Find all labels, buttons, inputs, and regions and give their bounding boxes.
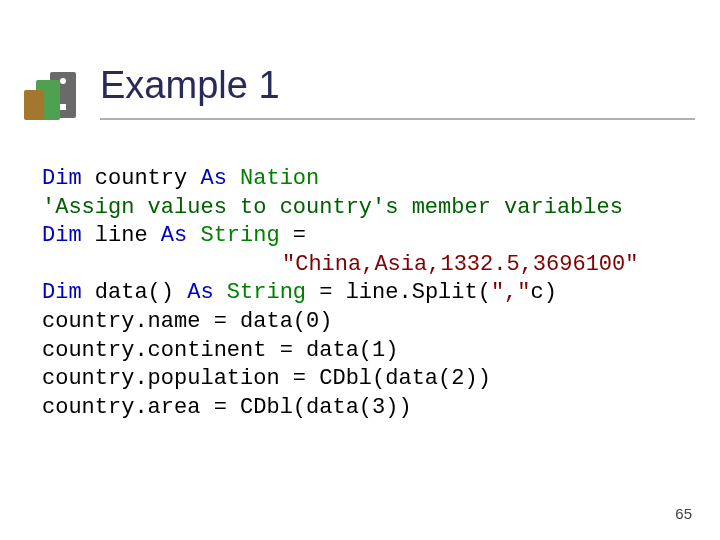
keyword: Dim xyxy=(42,223,82,248)
code-text xyxy=(214,280,227,305)
code-text: = line.Split( xyxy=(306,280,491,305)
books-icon xyxy=(22,68,82,128)
title-underline xyxy=(100,118,695,120)
string-literal: "China,Asia,1332.5,3696100" xyxy=(282,252,638,277)
code-text: data() xyxy=(82,280,188,305)
keyword: As xyxy=(187,280,213,305)
type-name: String xyxy=(200,223,279,248)
code-block: Dim country As Nation 'Assign values to … xyxy=(42,165,690,422)
keyword: Dim xyxy=(42,166,82,191)
code-text xyxy=(227,166,240,191)
type-name: Nation xyxy=(240,166,319,191)
code-line: country.area = CDbl(data(3)) xyxy=(42,395,412,420)
code-text: c) xyxy=(531,280,557,305)
code-line: country.continent = data(1) xyxy=(42,338,398,363)
code-line: country.population = CDbl(data(2)) xyxy=(42,366,491,391)
code-line: country.name = data(0) xyxy=(42,309,332,334)
slide-title: Example 1 xyxy=(100,64,280,107)
keyword: As xyxy=(200,166,226,191)
string-literal: "," xyxy=(491,280,531,305)
type-name: String xyxy=(227,280,306,305)
code-text: = xyxy=(280,223,306,248)
comment: 'Assign values to country's member varia… xyxy=(42,195,623,220)
code-text: country xyxy=(82,166,201,191)
keyword: Dim xyxy=(42,280,82,305)
page-number: 65 xyxy=(675,505,692,522)
code-text xyxy=(187,223,200,248)
code-text: line xyxy=(82,223,161,248)
keyword: As xyxy=(161,223,187,248)
